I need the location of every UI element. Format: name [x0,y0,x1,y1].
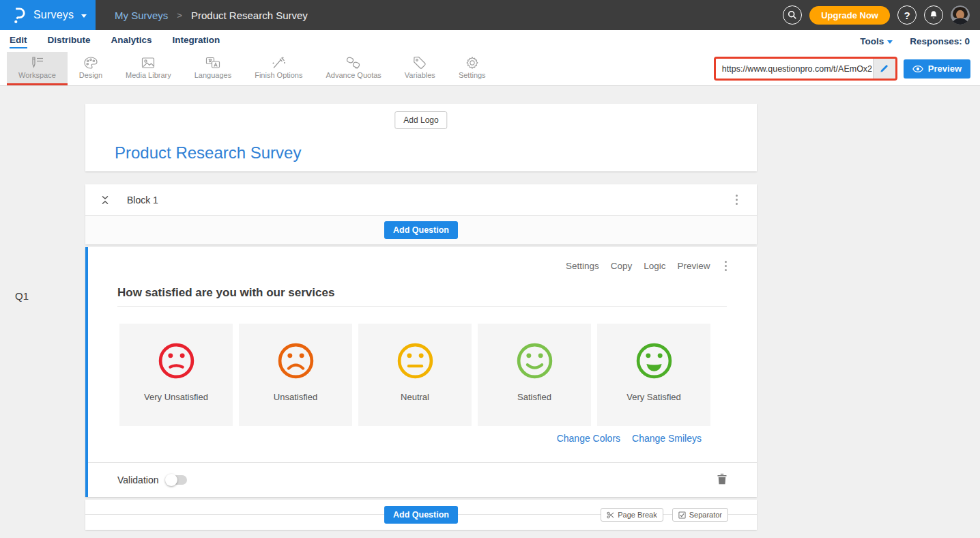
very-unsatisfied-smiley-icon [157,341,196,380]
image-icon [141,56,156,70]
workspace-icon [29,56,45,70]
preview-label: Preview [928,63,962,74]
breadcrumb: My Surveys > Product Research Survey [115,10,308,21]
smiley-option-very-satisfied[interactable]: Very Satisfied [597,324,710,426]
smiley-label: Satisfied [517,392,551,402]
responses-count: Responses: 0 [910,36,970,46]
help-button[interactable]: ? [897,5,917,25]
toolbar-item-advance-quotas[interactable]: Advance Quotas [314,52,392,85]
topbar-actions: Upgrade Now ? [783,5,980,25]
collapse-icon[interactable] [101,195,109,206]
smiley-label: Unsatisfied [274,392,317,402]
tools-menu[interactable]: Tools [860,36,893,46]
unsatisfied-smiley-icon [276,341,315,380]
upgrade-now-button[interactable]: Upgrade Now [809,6,890,25]
checkbox-checked-icon [678,511,686,519]
smiley-option-very-unsatisfied[interactable]: Very Unsatisfied [119,324,233,426]
search-button[interactable] [783,5,802,25]
gear-icon [465,56,480,70]
smiley-label: Very Satisfied [626,392,681,402]
toolbar-item-finish-options[interactable]: Finish Options [243,52,314,85]
question-card: Settings Copy Logic Preview How satisfie… [85,247,757,497]
toolbar-item-label: Variables [405,71,435,79]
add-logo-button[interactable]: Add Logo [394,111,447,129]
survey-header-card: Add Logo Product Research Survey [85,104,757,171]
smiley-scale: Very Unsatisfied Unsatisfied [119,324,757,426]
product-name: Surveys [33,9,74,21]
question-actions: Settings Copy Logic Preview [88,247,757,271]
separator-label: Separator [689,511,722,519]
tab-distribute[interactable]: Distribute [48,33,91,48]
chevron-down-icon [887,40,893,44]
toolbar-item-workspace[interactable]: Workspace [7,52,68,85]
change-colors-link[interactable]: Change Colors [557,433,620,444]
question-menu-button[interactable] [722,258,730,274]
tab-integration[interactable]: Integration [173,33,220,48]
very-satisfied-smiley-icon [635,341,674,380]
chain-link-icon [345,56,362,70]
block-menu-button[interactable] [733,192,741,208]
toolbar-item-media-library[interactable]: Media Library [114,52,183,85]
delete-question-button[interactable] [717,473,727,487]
toolbar-item-label: Finish Options [255,71,302,79]
validation-toggle[interactable] [167,475,187,485]
question-settings-link[interactable]: Settings [566,261,599,271]
design-palette-icon [83,56,98,70]
smiley-option-satisfied[interactable]: Satisfied [478,324,591,426]
product-switcher[interactable]: Surveys [0,0,96,30]
tab-analytics[interactable]: Analytics [111,33,152,48]
toolbar-item-label: Advance Quotas [326,71,381,79]
question-preview-link[interactable]: Preview [677,261,710,271]
toolbar-item-design[interactable]: Design [68,52,114,85]
questionpro-logo-icon [12,5,26,25]
question-copy-link[interactable]: Copy [611,261,633,271]
validation-row: Validation [88,462,757,497]
avatar[interactable] [951,5,970,25]
block-name[interactable]: Block 1 [127,195,158,206]
smiley-label: Neutral [401,392,429,402]
toolbar-item-variables[interactable]: Variables [393,52,447,85]
satisfied-smiley-icon [515,341,554,380]
smiley-config-links: Change Colors Change Smileys [88,433,702,444]
smiley-option-unsatisfied[interactable]: Unsatisfied [239,324,352,426]
question-index: Q1 [15,290,29,302]
tag-icon [412,56,427,70]
profile-photo [951,5,970,25]
separator-button[interactable]: Separator [672,508,728,522]
add-question-button-bottom[interactable]: Add Question [384,506,458,524]
edit-url-button[interactable] [873,59,895,79]
translate-icon [205,56,221,70]
breadcrumb-my-surveys[interactable]: My Surveys [115,10,168,21]
question-text[interactable]: How satisfied are you with our services [117,286,757,299]
toolbar-right: https://www.questionpro.com/t/AEmOx2 Pre… [714,52,980,85]
scissors-icon [607,511,614,519]
survey-url-input[interactable]: https://www.questionpro.com/t/AEmOx2 [716,59,873,79]
section-tabs: Edit Distribute Analytics Integration To… [0,30,980,52]
breadcrumb-separator: > [177,10,182,20]
tab-edit[interactable]: Edit [10,33,27,48]
toolbar-item-label: Settings [459,71,486,79]
chevron-down-icon [81,14,87,18]
toolbar-item-settings[interactable]: Settings [447,52,498,85]
block-add-question-row: Add Question [85,216,757,244]
toolbar-item-label: Workspace [18,71,56,79]
question-logic-link[interactable]: Logic [644,261,665,271]
smiley-option-neutral[interactable]: Neutral [358,324,472,426]
notifications-button[interactable] [924,5,943,25]
survey-url-box: https://www.questionpro.com/t/AEmOx2 [714,57,897,81]
tabbar-right: Tools Responses: 0 [860,36,970,46]
workspace-canvas: Q1 Add Logo Product Research Survey Bloc… [0,86,980,538]
pencil-icon [880,64,889,73]
edit-toolbar: Workspace Design Media Library Languages [0,52,980,86]
change-smileys-link[interactable]: Change Smileys [632,433,702,444]
toolbar-item-label: Languages [194,71,231,79]
bell-icon [929,10,938,20]
preview-button[interactable]: Preview [904,59,970,79]
question-divider [117,306,727,307]
page-break-button[interactable]: Page Break [601,508,663,522]
eye-icon [912,65,923,73]
validation-label: Validation [117,475,158,485]
toolbar-item-languages[interactable]: Languages [183,52,243,85]
add-question-button[interactable]: Add Question [384,221,458,239]
survey-title[interactable]: Product Research Survey [115,143,301,162]
